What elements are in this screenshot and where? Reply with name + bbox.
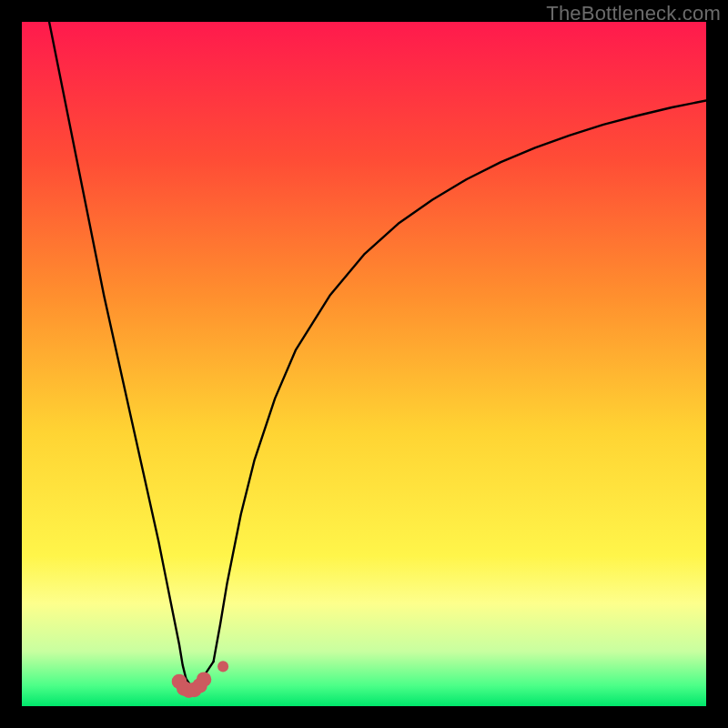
- outer-frame: TheBottleneck.com: [0, 0, 728, 728]
- watermark-text: TheBottleneck.com: [546, 2, 721, 25]
- chart-canvas: [22, 22, 706, 706]
- dot-6: [197, 672, 212, 687]
- dot-7: [217, 661, 228, 672]
